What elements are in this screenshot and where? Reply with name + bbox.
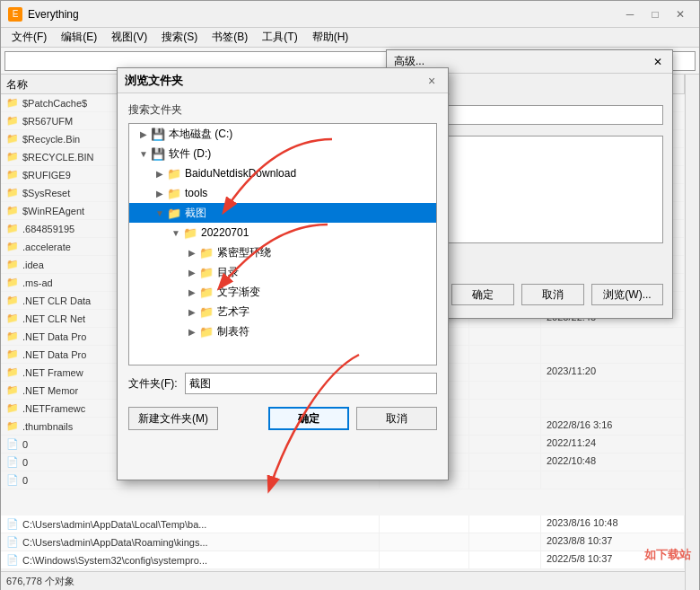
tree-item-label: BaiduNetdiskDownload [185,167,296,180]
tree-expand-icon: ▶ [185,304,199,319]
cell-date [541,346,685,363]
menu-bookmark[interactable]: 书签(B) [205,28,255,47]
file-icon: 📄 [6,518,19,530]
bottom-cell-path [380,533,469,550]
tree-item-label: 艺术字 [217,304,249,320]
tree-expand-icon: ▶ [185,265,199,279]
tree-item[interactable]: ▶ 📁 文字渐变 [129,282,436,302]
bottom-cell-name: 📄 C:\Users\admin\AppData\Roaming\kings..… [1,533,380,550]
cell-date [541,400,685,417]
tree-expand-icon: ▶ [153,186,167,200]
folder-icon: 📁 [6,366,19,378]
bottom-row[interactable]: 📄 C:\Users\admin\AppData\Roaming\kings..… [1,533,685,551]
folder-icon: 📁 [6,133,19,145]
folder-icon: 📁 [6,402,19,414]
menu-search[interactable]: 搜索(S) [154,28,205,47]
folder-icon: 📁 [6,223,19,234]
minimize-button[interactable]: ─ [618,5,642,23]
tree-item-label: 截图 [185,206,206,221]
tree-item[interactable]: ▶ 📁 BaiduNetdiskDownload [129,163,436,183]
tree-item-label: 制表符 [217,324,249,339]
app-title: Everything [28,8,618,21]
bottom-cell-name: 📄 C:\Windows\System32\config\systempro..… [1,551,380,568]
folder-icon: 📁 [6,259,19,270]
close-button[interactable]: ✕ [669,5,692,23]
bottom-cell-name: 📄 C:\Users\admin\AppData\Local\Temp\ba..… [1,515,380,533]
folder-icon: 📁 [6,97,19,109]
tree-folder-icon: 💾 [151,128,165,141]
maximize-button[interactable]: □ [643,5,667,23]
new-folder-button[interactable]: 新建文件夹(M) [128,407,218,430]
bottom-row[interactable]: 📄 C:\Windows\System32\config\systempro..… [1,551,685,569]
tree-area[interactable]: ▶ 💾 本地磁盘 (C:) ▼ 💾 软件 (D:) ▶ 📁 BaiduNetdi… [128,123,437,365]
tree-item-label: 软件 (D:) [169,146,211,162]
status-bar: 676,778 个对象 [1,571,685,590]
tree-item-label: 目录 [217,265,239,280]
cell-size [469,400,541,417]
folder-icon: 📁 [6,187,19,198]
app-icon: E [8,7,22,22]
tree-item[interactable]: ▶ 📁 制表符 [129,321,436,341]
file-icon: 📄 [6,456,19,468]
tree-item-label: 20220701 [201,226,249,239]
tree-item[interactable]: ▶ 📁 艺术字 [129,302,436,321]
bg-dialog-buttons: 确定 取消 浏览(W)... [451,284,663,305]
tree-item[interactable]: ▼ 📁 截图 [129,203,436,223]
browse-dialog-buttons: 新建文件夹(M) 确定 取消 [118,400,448,437]
cell-size [469,346,541,363]
tree-folder-icon: 📁 [167,207,181,220]
watermark: 如下载站 [644,547,691,563]
tree-item[interactable]: ▼ 💾 软件 (D:) [129,144,436,163]
cell-size [469,454,541,471]
tree-item[interactable]: ▶ 📁 目录 [129,262,436,282]
tree-item[interactable]: ▼ 📁 20220701 [129,223,436,242]
folder-icon: 📁 [6,384,19,396]
tree-folder-icon: 📁 [167,187,181,200]
folder-icon: 📁 [6,420,19,432]
cell-size [469,328,541,345]
cell-size [469,364,541,381]
bg-dialog-cancel-button[interactable]: 取消 [521,284,584,305]
bottom-cell-path [380,515,469,533]
tree-expand-icon: ▶ [136,127,151,141]
tree-item[interactable]: ▶ 📁 紧密型环绕 [129,242,436,262]
tree-folder-icon: 📁 [199,305,214,319]
bottom-cell-size [469,551,541,568]
status-count: 676,778 个对象 [6,575,74,588]
cell-date: 2022/8/16 3:16 [541,418,685,435]
menu-tools[interactable]: 工具(T) [255,28,304,47]
menu-edit[interactable]: 编辑(E) [54,28,104,47]
browse-ok-button[interactable]: 确定 [268,407,349,430]
folder-icon: 📁 [6,115,19,127]
cell-size [469,382,541,399]
bottom-cell-path [380,551,469,568]
browse-dialog-subtitle: 搜索文件夹 [118,93,448,123]
tree-item[interactable]: ▶ 💾 本地磁盘 (C:) [129,124,436,144]
file-icon: 📄 [6,474,19,486]
bg-dialog-close[interactable]: ✕ [651,55,665,69]
tree-folder-icon: 📁 [167,167,181,181]
title-bar: E Everything ─ □ ✕ [1,1,699,28]
folder-icon: 📁 [6,313,19,324]
bg-dialog-ok-button[interactable]: 确定 [451,284,514,305]
menu-help[interactable]: 帮助(H) [305,28,356,47]
bottom-row[interactable]: 📄 C:\Users\admin\AppData\Local\Temp\ba..… [1,515,685,533]
browse-cancel-button[interactable]: 取消 [356,407,437,430]
folder-icon: 📁 [6,348,19,360]
menu-bar: 文件(F) 编辑(E) 视图(V) 搜索(S) 书签(B) 工具(T) 帮助(H… [1,28,699,48]
menu-view[interactable]: 视图(V) [104,28,154,47]
cell-date: 2022/10:48 [541,454,685,471]
folder-icon: 📁 [6,295,19,306]
menu-file[interactable]: 文件(F) [4,28,54,47]
tree-folder-icon: 📁 [199,325,214,339]
tree-item[interactable]: ▶ 📁 tools [129,183,436,203]
scrollbar-right[interactable] [685,75,699,590]
tree-expand-icon: ▼ [169,225,183,240]
browse-dialog-close-button[interactable]: × [423,72,441,90]
bg-dialog-browse-button[interactable]: 浏览(W)... [591,284,663,305]
cell-size [469,471,541,489]
cell-date [541,328,685,345]
folder-input[interactable] [185,373,437,394]
tree-folder-icon: 📁 [199,266,214,279]
cell-date: 2023/11:20 [541,364,685,381]
